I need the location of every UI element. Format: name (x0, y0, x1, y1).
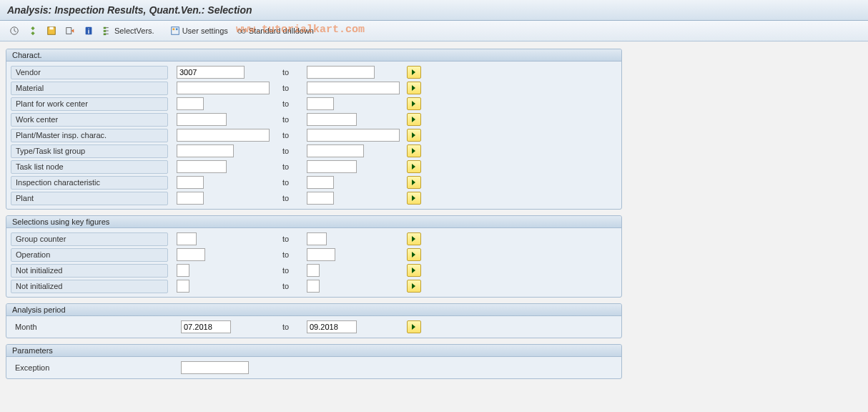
multiple-selection-button[interactable] (407, 176, 421, 189)
from-input[interactable] (177, 129, 270, 142)
from-input[interactable] (177, 66, 245, 79)
to-input[interactable] (307, 129, 400, 142)
field-row: Not initializedto (6, 263, 621, 278)
to-input[interactable] (307, 144, 364, 157)
from-input[interactable] (181, 320, 231, 333)
field-row: Plant for work centerto (6, 96, 621, 112)
from-input[interactable] (177, 160, 227, 173)
multiple-selection-button[interactable] (407, 66, 421, 79)
arrow-right-icon (410, 251, 418, 258)
multiple-selection-button[interactable] (407, 144, 421, 157)
multiple-selection-button[interactable] (407, 160, 421, 173)
to-input[interactable] (307, 248, 335, 261)
field-label: Plant for work center (11, 97, 168, 111)
to-label: to (282, 115, 289, 124)
to-input[interactable] (307, 320, 357, 333)
svg-rect-10 (172, 29, 174, 31)
from-input[interactable] (177, 248, 205, 261)
field-row: Work centerto (6, 112, 621, 127)
svg-rect-8 (104, 34, 107, 36)
to-input[interactable] (307, 82, 400, 94)
to-label: to (282, 266, 289, 275)
std-drilldown-label: Standard drilldown (249, 26, 314, 35)
multiple-selection-button[interactable] (407, 192, 421, 205)
user-settings-button[interactable]: User settings (167, 24, 232, 38)
field-label: Vendor (11, 66, 168, 79)
from-input[interactable] (177, 192, 204, 205)
save-button[interactable] (43, 24, 60, 38)
svg-rect-11 (176, 29, 178, 31)
glasses-icon (237, 26, 247, 36)
to-label: to (282, 147, 289, 155)
field-row: Materialto (6, 80, 621, 96)
to-input[interactable] (307, 192, 334, 205)
to-input[interactable] (307, 97, 334, 110)
to-input[interactable] (307, 280, 320, 293)
from-input[interactable] (177, 232, 197, 245)
from-input[interactable] (177, 82, 270, 94)
field-label: Type/Task list group (11, 144, 168, 158)
multiple-selection-button[interactable] (407, 280, 421, 293)
group-params-title: Parameters (6, 345, 621, 357)
diamond-arrows-icon (28, 26, 38, 36)
to-label: to (282, 194, 289, 202)
from-input[interactable] (177, 280, 189, 293)
field-label: Plant (11, 192, 168, 205)
execute-button[interactable] (6, 24, 23, 38)
multiple-selection-button[interactable] (407, 97, 421, 110)
arrow-right-icon (410, 163, 418, 170)
field-label: Exception (11, 363, 172, 372)
svg-rect-6 (104, 27, 107, 29)
field-row: Inspection characteristicto (6, 175, 621, 190)
to-label: to (282, 68, 289, 77)
to-label: to (282, 99, 289, 108)
from-input[interactable] (177, 176, 204, 189)
field-row: Type/Task list groupto (6, 143, 621, 159)
clock-execute-icon (9, 26, 19, 36)
to-input[interactable] (307, 66, 375, 79)
arrow-right-icon (410, 116, 418, 123)
std-drilldown-button[interactable]: Standard drilldown (233, 24, 317, 38)
execute-print-button[interactable] (24, 24, 41, 38)
group-keyfig: Selections using key figures Group count… (6, 215, 622, 298)
from-input[interactable] (177, 144, 234, 157)
select-vers-button[interactable]: SelectVers. (99, 24, 158, 38)
field-label: Not initialized (11, 264, 168, 278)
multiple-selection-button[interactable] (407, 232, 421, 245)
multiple-selection-button[interactable] (407, 113, 421, 126)
field-row: Exception (6, 360, 621, 376)
to-input[interactable] (307, 113, 357, 126)
from-input[interactable] (177, 113, 227, 126)
info-icon: i (84, 26, 94, 36)
group-charact-title: Charact. (6, 49, 621, 62)
page-title: Analysis: Inspection Results, Quant.Ven.… (0, 0, 868, 21)
to-input[interactable] (307, 264, 320, 277)
multiple-selection-button[interactable] (407, 82, 421, 94)
group-params: Parameters Exception (6, 344, 622, 379)
to-input[interactable] (307, 176, 334, 189)
multiple-selection-button[interactable] (407, 129, 421, 142)
from-input[interactable] (177, 264, 189, 277)
from-input[interactable] (177, 97, 204, 110)
multiple-selection-button[interactable] (407, 320, 421, 333)
arrow-right-icon (410, 283, 418, 290)
multiple-selection-button[interactable] (407, 264, 421, 277)
arrow-right-icon (410, 100, 418, 107)
multiple-selection-button[interactable] (407, 248, 421, 261)
goto-button[interactable] (61, 24, 79, 38)
to-label: to (282, 178, 289, 187)
to-input[interactable] (307, 160, 357, 173)
to-label: to (282, 323, 289, 331)
from-input[interactable] (181, 361, 249, 374)
arrow-right-icon (410, 69, 418, 76)
to-label: to (282, 250, 289, 259)
hierarchy-icon (102, 26, 112, 36)
to-label: to (282, 162, 289, 171)
arrow-right-icon (410, 195, 418, 202)
info-button[interactable]: i (80, 24, 97, 38)
field-row: Task list nodeto (6, 159, 621, 175)
svg-rect-3 (66, 28, 71, 34)
to-label: to (282, 282, 289, 290)
to-input[interactable] (307, 232, 327, 245)
user-settings-label: User settings (182, 26, 228, 35)
